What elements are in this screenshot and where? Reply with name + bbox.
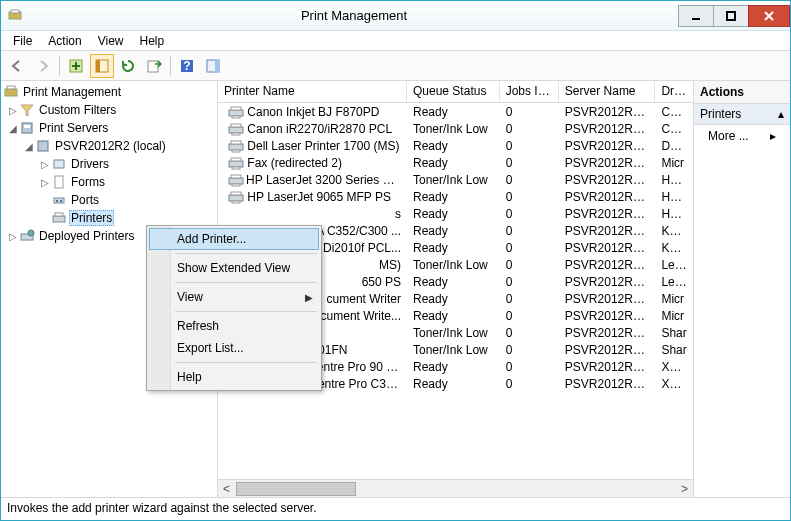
submenu-arrow-icon: ▶ — [305, 292, 313, 303]
svg-rect-2 — [692, 18, 700, 20]
svg-rect-7 — [148, 61, 158, 72]
actions-more[interactable]: More ... ▸ — [694, 125, 790, 147]
titlebar: Print Management — [1, 1, 790, 31]
tb-panel-button[interactable] — [90, 54, 114, 78]
svg-rect-3 — [727, 12, 735, 20]
table-row[interactable]: HP LaserJet 9065 MFP PSReady0PSVR2012R2 … — [218, 188, 693, 205]
chevron-right-icon: ▸ — [770, 129, 776, 143]
expander-icon[interactable]: ▷ — [39, 177, 51, 188]
table-row[interactable]: sReady0PSVR2012R2 (l...HP L — [218, 205, 693, 222]
actions-pane: Actions Printers ▴ More ... ▸ — [694, 81, 790, 497]
cm-add-printer[interactable]: Add Printer... — [149, 228, 319, 250]
tree-server-node[interactable]: ◢ PSVR2012R2 (local) — [3, 137, 217, 155]
cm-help[interactable]: Help — [149, 366, 319, 388]
svg-rect-31 — [232, 133, 240, 135]
tb-add-button[interactable] — [64, 54, 88, 78]
tree-drivers[interactable]: ▷ Drivers — [3, 155, 217, 173]
menu-file[interactable]: File — [7, 32, 38, 50]
table-row[interactable]: Canon iR2270/iR2870 PCLToner/Ink Low0PSV… — [218, 120, 693, 137]
svg-rect-16 — [38, 141, 48, 151]
tb-export-button[interactable] — [142, 54, 166, 78]
printer-icon — [227, 122, 245, 136]
svg-rect-27 — [231, 107, 241, 110]
menu-help[interactable]: Help — [134, 32, 171, 50]
cm-export-list[interactable]: Export List... — [149, 337, 319, 359]
actions-group-label: Printers — [700, 107, 741, 121]
expander-icon[interactable]: ▷ — [39, 159, 51, 170]
maximize-button[interactable] — [713, 5, 749, 27]
svg-rect-40 — [232, 184, 240, 186]
svg-rect-32 — [229, 144, 243, 150]
actions-group-printers[interactable]: Printers ▴ — [694, 104, 790, 125]
expander-icon[interactable]: ◢ — [7, 123, 19, 134]
tree-forms[interactable]: ▷ Forms — [3, 173, 217, 191]
ports-icon — [51, 192, 67, 208]
menubar: File Action View Help — [1, 31, 790, 51]
scroll-thumb[interactable] — [236, 482, 356, 496]
menu-view[interactable]: View — [92, 32, 130, 50]
col-jobs[interactable]: Jobs In ... — [500, 81, 559, 102]
svg-rect-22 — [53, 216, 65, 222]
expander-icon[interactable]: ▷ — [7, 231, 19, 242]
svg-point-21 — [60, 200, 62, 202]
tb-actions-pane-button[interactable] — [201, 54, 225, 78]
svg-rect-39 — [231, 175, 241, 178]
col-driver[interactable]: Drive — [655, 81, 693, 102]
deployed-icon — [19, 228, 35, 244]
scroll-left-arrow[interactable]: < — [218, 480, 235, 497]
printer-icon — [227, 173, 244, 187]
tb-refresh-button[interactable] — [116, 54, 140, 78]
list-header: Printer Name Queue Status Jobs In ... Se… — [218, 81, 693, 103]
table-row[interactable]: Canon Inkjet BJ F870PDReady0PSVR2012R2 (… — [218, 103, 693, 120]
col-queue-status[interactable]: Queue Status — [407, 81, 500, 102]
table-row[interactable]: Dell Laser Printer 1700 (MS)Ready0PSVR20… — [218, 137, 693, 154]
close-button[interactable] — [748, 5, 790, 27]
col-server-name[interactable]: Server Name — [559, 81, 656, 102]
minimize-button[interactable] — [678, 5, 714, 27]
svg-rect-6 — [96, 60, 100, 72]
statusbar: Invokes the add printer wizard against t… — [1, 498, 790, 520]
tree-print-servers[interactable]: ◢ Print Servers — [3, 119, 217, 137]
menu-action[interactable]: Action — [42, 32, 87, 50]
svg-rect-29 — [229, 127, 243, 133]
svg-rect-37 — [232, 167, 240, 169]
actions-header: Actions — [694, 81, 790, 104]
svg-rect-30 — [231, 124, 241, 127]
horizontal-scrollbar[interactable]: < > — [218, 479, 693, 497]
cm-extended-view[interactable]: Show Extended View — [149, 257, 319, 279]
col-printer-name[interactable]: Printer Name — [218, 81, 407, 102]
table-row[interactable]: HP LaserJet 3200 Series PCL6Toner/Ink Lo… — [218, 171, 693, 188]
cm-view[interactable]: View▶ — [149, 286, 319, 308]
svg-rect-15 — [24, 125, 30, 128]
tree-ports[interactable]: Ports — [3, 191, 217, 209]
printer-icon — [227, 139, 245, 153]
nav-forward-button[interactable] — [31, 54, 55, 78]
tree-custom-filters[interactable]: ▷ Custom Filters — [3, 101, 217, 119]
svg-rect-38 — [229, 178, 243, 184]
filter-icon — [19, 102, 35, 118]
printer-icon — [227, 105, 245, 119]
tree-root[interactable]: Print Management — [3, 83, 217, 101]
expander-icon[interactable]: ◢ — [23, 141, 35, 152]
table-row[interactable]: Fax (redirected 2)Ready0PSVR2012R2 (l...… — [218, 154, 693, 171]
app-window: Print Management File Action View Help ? — [0, 0, 791, 521]
cm-refresh[interactable]: Refresh — [149, 315, 319, 337]
forms-icon — [51, 174, 67, 190]
svg-point-25 — [28, 230, 34, 236]
server-icon — [19, 120, 35, 136]
svg-point-20 — [56, 200, 58, 202]
expander-icon[interactable]: ▷ — [7, 105, 19, 116]
svg-rect-19 — [54, 198, 64, 203]
svg-rect-43 — [232, 201, 240, 203]
svg-rect-41 — [229, 195, 243, 201]
window-title: Print Management — [29, 8, 679, 23]
drivers-icon — [51, 156, 67, 172]
app-icon — [7, 8, 23, 24]
svg-rect-28 — [232, 116, 240, 118]
printmgmt-icon — [3, 84, 19, 100]
tb-help-button[interactable]: ? — [175, 54, 199, 78]
scroll-right-arrow[interactable]: > — [676, 480, 693, 497]
actions-more-label: More ... — [708, 129, 749, 143]
svg-rect-23 — [55, 213, 63, 216]
nav-back-button[interactable] — [5, 54, 29, 78]
